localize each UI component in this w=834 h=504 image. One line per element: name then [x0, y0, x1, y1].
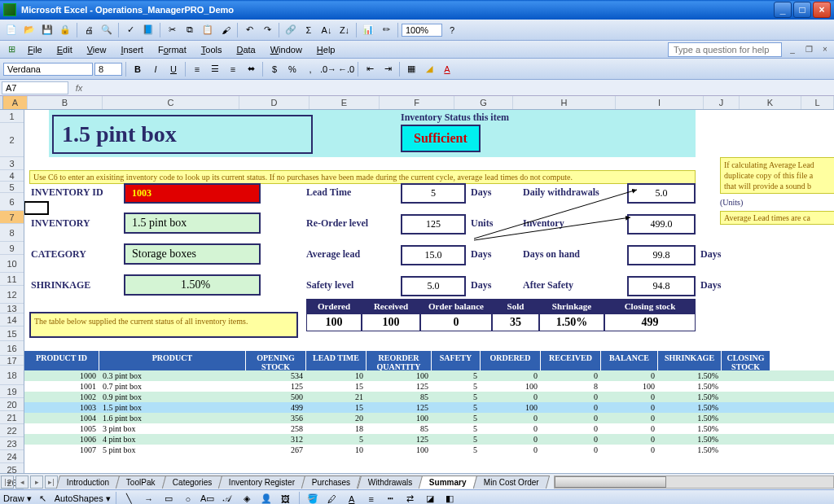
menu-data[interactable]: Data — [230, 43, 261, 56]
sheet-tab-min-cost-order[interactable]: Min Cost Order — [473, 476, 550, 489]
undo-icon[interactable]: ↶ — [241, 22, 257, 38]
inc-decimal-icon[interactable]: .0→ — [320, 61, 336, 77]
doc-close-icon[interactable]: × — [819, 44, 831, 55]
sheet-tab-withdrawals[interactable]: Withdrawals — [357, 476, 423, 489]
sheet-tab-summary[interactable]: Summary — [419, 476, 477, 489]
font-name-box[interactable] — [3, 63, 93, 76]
cut-icon[interactable]: ✂ — [164, 22, 180, 38]
col-header-C[interactable]: C — [103, 96, 239, 109]
autosum-icon[interactable]: Σ — [301, 22, 317, 38]
clipart-icon[interactable]: 👤 — [258, 491, 274, 505]
sort-desc-icon[interactable]: Z↓ — [336, 22, 353, 38]
maximize-button[interactable]: □ — [793, 2, 811, 18]
inc-indent-icon[interactable]: ⇥ — [380, 61, 396, 77]
sheet-tab-introduction[interactable]: Introduction — [56, 476, 121, 489]
row-header-5[interactable]: 5 — [0, 182, 24, 193]
col-header-B[interactable]: B — [28, 96, 103, 109]
save-icon[interactable]: 💾 — [39, 22, 55, 38]
italic-icon[interactable]: I — [147, 61, 164, 77]
picture-icon[interactable]: 🖼 — [278, 491, 294, 505]
row-header-4[interactable]: 4 — [0, 170, 24, 182]
row-header-10[interactable]: 10 — [0, 255, 24, 273]
new-icon[interactable]: 📄 — [3, 22, 20, 38]
table-row[interactable]: 10010.7 pint box12515125510081001.50% — [24, 381, 834, 392]
sheet-tab-toolpak[interactable]: ToolPak — [116, 476, 166, 489]
align-left-icon[interactable]: ≡ — [189, 61, 205, 77]
sheet-tab-categories[interactable]: Categories — [162, 476, 223, 489]
spell-icon[interactable]: ✓ — [122, 22, 138, 38]
spreadsheet-grid[interactable]: 1.5 pint box Inventory Status this item … — [24, 110, 834, 473]
row-header-11[interactable]: 11 — [0, 273, 24, 286]
menu-tools[interactable]: Tools — [195, 43, 229, 56]
menu-view[interactable]: View — [81, 43, 113, 56]
col-header-H[interactable]: H — [513, 96, 616, 109]
rectangle-icon[interactable]: ▭ — [160, 491, 177, 505]
line-color-icon[interactable]: 🖊 — [324, 491, 340, 505]
row-header-8[interactable]: 8 — [0, 224, 24, 242]
table-row[interactable]: 10053 pint box258188550001.50% — [24, 423, 834, 434]
tab-nav-prev-icon[interactable]: ◂ — [15, 476, 29, 489]
table-row[interactable]: 10041.6 pint box3562010050001.50% — [24, 413, 834, 423]
shadow-icon[interactable]: ◪ — [422, 491, 438, 505]
row-header-6[interactable]: 6 — [0, 193, 24, 211]
redo-icon[interactable]: ↷ — [259, 22, 275, 38]
col-header-F[interactable]: F — [380, 96, 454, 109]
arrow-style-icon[interactable]: ⇄ — [402, 491, 419, 505]
menu-edit[interactable]: Edit — [50, 43, 79, 56]
row-header-24[interactable]: 24 — [0, 450, 24, 463]
fx-icon[interactable]: fx — [72, 81, 86, 95]
app-icon[interactable]: ⊞ — [3, 42, 20, 58]
row-header-14[interactable]: 14 — [0, 313, 24, 327]
minimize-button[interactable]: _ — [774, 2, 792, 18]
row-header-19[interactable]: 19 — [0, 385, 24, 398]
table-row[interactable]: 10031.5 pint box499151255100001.50% — [24, 402, 834, 413]
col-header-I[interactable]: I — [616, 96, 704, 109]
name-box[interactable] — [2, 81, 68, 94]
row-header-7[interactable]: 7 — [0, 211, 24, 224]
tab-nav-first-icon[interactable]: |◂ — [1, 476, 14, 489]
row-header-15[interactable]: 15 — [0, 327, 24, 341]
sort-asc-icon[interactable]: A↓ — [318, 22, 335, 38]
col-header-J[interactable]: J — [704, 96, 740, 109]
permission-icon[interactable]: 🔒 — [57, 22, 73, 38]
menu-insert[interactable]: Insert — [114, 43, 150, 56]
borders-icon[interactable]: ▦ — [403, 61, 419, 77]
fill-color-icon[interactable]: ◢ — [421, 61, 437, 77]
row-header-3[interactable]: 3 — [0, 157, 24, 170]
preview-icon[interactable]: 🔍 — [99, 22, 115, 38]
row-header-9[interactable]: 9 — [0, 242, 24, 255]
comma-icon[interactable]: , — [302, 61, 318, 77]
row-header-21[interactable]: 21 — [0, 411, 24, 424]
chart-icon[interactable]: 📊 — [360, 22, 376, 38]
row-header-22[interactable]: 22 — [0, 424, 24, 437]
textbox-icon[interactable]: A▭ — [200, 491, 216, 505]
align-center-icon[interactable]: ☰ — [207, 61, 223, 77]
font-color-draw-icon[interactable]: A — [344, 491, 360, 505]
table-row[interactable]: 10075 pint box2671010050001.50% — [24, 445, 834, 455]
doc-minimize-icon[interactable]: _ — [787, 44, 798, 55]
currency-icon[interactable]: $ — [266, 61, 283, 77]
col-header-G[interactable]: G — [454, 96, 513, 109]
threed-icon[interactable]: ◧ — [441, 491, 458, 505]
tab-nav-next-icon[interactable]: ▸ — [30, 476, 43, 489]
dash-style-icon[interactable]: ┅ — [383, 491, 399, 505]
col-header-L[interactable]: L — [801, 96, 834, 109]
autoshapes-menu[interactable]: AutoShapes ▾ — [55, 493, 111, 504]
dec-decimal-icon[interactable]: ←.0 — [338, 61, 354, 77]
row-header-23[interactable]: 23 — [0, 437, 24, 450]
col-header-D[interactable]: D — [239, 96, 309, 109]
copy-icon[interactable]: ⧉ — [182, 22, 198, 38]
doc-restore-icon[interactable]: ❐ — [803, 44, 814, 55]
table-row[interactable]: 10064 pint box312512550001.50% — [24, 434, 834, 445]
diagram-icon[interactable]: ◈ — [239, 491, 255, 505]
col-header-E[interactable]: E — [309, 96, 380, 109]
line-icon[interactable]: ╲ — [121, 491, 138, 505]
horizontal-scrollbar[interactable] — [554, 476, 834, 489]
row-header-13[interactable]: 13 — [0, 304, 24, 313]
menu-help[interactable]: Help — [310, 43, 342, 56]
row-header-2[interactable]: 2 — [0, 123, 24, 157]
sheet-tab-purchases[interactable]: Purchases — [301, 476, 362, 489]
open-icon[interactable]: 📂 — [21, 22, 37, 38]
draw-menu[interactable]: Draw ▾ — [3, 493, 32, 504]
line-style-icon[interactable]: ≡ — [363, 491, 380, 505]
